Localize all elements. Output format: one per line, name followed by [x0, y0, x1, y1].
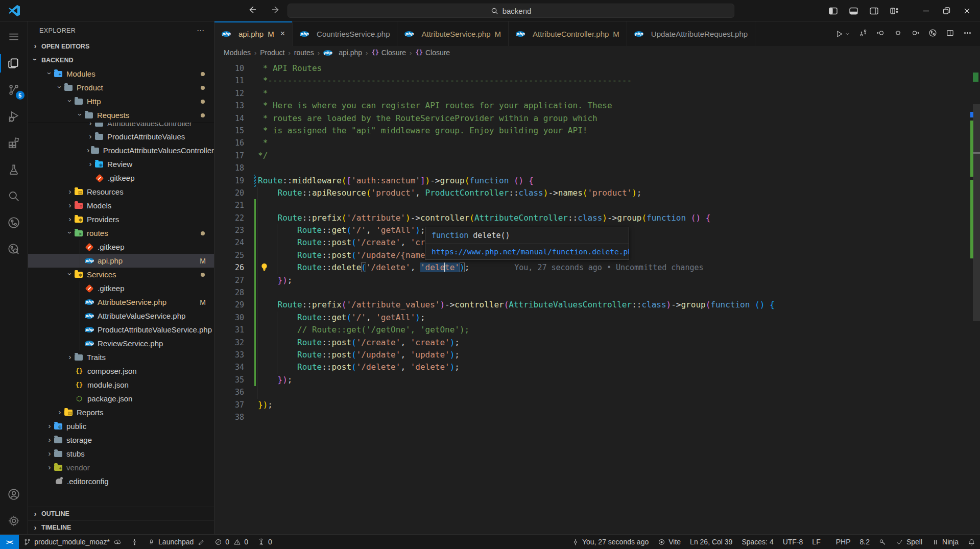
back-button[interactable]	[247, 5, 257, 17]
breadcrumb-Product[interactable]: Product	[260, 49, 284, 57]
lightbulb-icon[interactable]	[259, 262, 269, 272]
tree-folder-public[interactable]: ›⊕public	[28, 419, 214, 433]
activity-testing-icon[interactable]	[0, 156, 28, 183]
code-line-38[interactable]: 38	[214, 411, 970, 423]
outline-section[interactable]: ›OUTLINE	[28, 507, 214, 520]
tree-file-ProductAttributeValueService.php[interactable]: phpProductAttributeValueService.php	[28, 323, 214, 337]
tree-folder-Product[interactable]: ›Product	[28, 81, 214, 94]
status-language[interactable]: PHP	[825, 535, 855, 549]
hover-doc-link[interactable]: https://www.php.net/manual/function.dele…	[425, 244, 629, 259]
tree-folder-ProductAttributeValuesController[interactable]: ›ProductAttributeValuesController	[28, 144, 214, 157]
previous-change-icon[interactable]	[876, 29, 885, 39]
command-center-search[interactable]: backend	[288, 4, 734, 18]
activity-source-control-icon[interactable]: 5	[0, 77, 28, 103]
next-change-icon[interactable]	[911, 29, 920, 39]
run-icon[interactable]	[835, 30, 850, 38]
code-line-14[interactable]: 14 * routes are loaded by the RouteServi…	[214, 112, 970, 125]
tree-file-AttributeService.php[interactable]: phpAttributeService.phpM	[28, 295, 214, 309]
minimize-button[interactable]	[916, 0, 936, 21]
tree-file-api.php[interactable]: phpapi.phpM	[28, 254, 214, 268]
code-line-33[interactable]: 33 Route::post('/update', 'update');	[214, 349, 970, 361]
code-line-31[interactable]: 31 // Route::get('/getOne', 'getOne');	[214, 324, 970, 336]
open-editors-section[interactable]: ›OPEN EDITORS	[28, 39, 214, 53]
tree-file-ReviewService.php[interactable]: phpReviewService.php	[28, 337, 214, 350]
timeline-section[interactable]: ›TIMELINE	[28, 520, 214, 534]
code-line-36[interactable]: 36	[214, 386, 970, 398]
status-ports[interactable]: 0	[253, 535, 277, 549]
code-line-12[interactable]: 12 *	[214, 87, 970, 100]
code-line-22[interactable]: 22 Route::prefix('/attribute')->controll…	[214, 212, 970, 224]
tree-file-module.json[interactable]: {}module.json	[28, 378, 214, 392]
overview-ruler[interactable]	[970, 59, 980, 534]
tree-folder-Http[interactable]: ›Http	[28, 94, 214, 108]
tree-file-.gitkeep[interactable]: .gitkeep	[28, 240, 214, 254]
tree-folder-routes[interactable]: ›➤routes	[28, 226, 214, 240]
status-branch[interactable]: product_module_moaz*	[19, 535, 126, 549]
code-line-13[interactable]: 13 * Here is where you can register API …	[214, 100, 970, 112]
tab-close-icon[interactable]: ×	[280, 29, 285, 38]
tree-file-AttributeValueService.php[interactable]: phpAttributeValueService.php	[28, 309, 214, 323]
tree-folder-Modules[interactable]: ›✦Modules	[28, 67, 214, 81]
status-problems[interactable]: 00	[210, 535, 253, 549]
code-line-30[interactable]: 30 Route::get('/', 'getAll');	[214, 312, 970, 324]
tree-file-.gitkeep[interactable]: .gitkeep	[28, 281, 214, 295]
code-line-27[interactable]: 27 });	[214, 274, 970, 287]
tree-folder-ProductAttributeValues[interactable]: ›ProductAttributeValues	[28, 130, 214, 144]
status-indentation[interactable]: Spaces: 4	[737, 535, 778, 549]
restore-button[interactable]	[936, 0, 957, 21]
status-encoding[interactable]: UTF-8	[778, 535, 808, 549]
breadcrumb-Closure[interactable]: {}Closure	[415, 49, 450, 57]
code-line-10[interactable]: 10 * API Routes	[214, 62, 970, 75]
code-editor[interactable]: 10 * API Routes11 *---------------------…	[214, 59, 980, 534]
code-line-21[interactable]: 21	[214, 199, 970, 211]
breadcrumb-routes[interactable]: routes	[294, 49, 314, 57]
tree-folder-Models[interactable]: ›≡Models	[28, 199, 214, 212]
tree-file-composer.json[interactable]: {}composer.json	[28, 364, 214, 378]
toggle-secondary-sidebar-icon[interactable]	[864, 0, 884, 21]
workspace-root-section[interactable]: ›BACKEND	[28, 53, 214, 67]
tree-file-package.json[interactable]: ⬡package.json	[28, 392, 214, 405]
tree-folder-Traits[interactable]: ›Traits	[28, 350, 214, 364]
open-changes-icon[interactable]	[859, 29, 868, 39]
toggle-panel-icon[interactable]	[843, 0, 864, 21]
tree-folder-Providers[interactable]: ›✱Providers	[28, 212, 214, 226]
more-actions-icon[interactable]	[963, 29, 972, 39]
activity-extensions-icon[interactable]	[0, 130, 28, 156]
current-change-icon[interactable]	[894, 29, 902, 39]
status-eol[interactable]: LF	[807, 535, 825, 549]
code-line-18[interactable]: 18	[214, 162, 970, 174]
code-line-17[interactable]: 17*/	[214, 150, 970, 162]
code-line-37[interactable]: 37});	[214, 399, 970, 411]
tab-AttributeService.php[interactable]: phpAttributeService.phpM	[397, 21, 509, 46]
code-line-15[interactable]: 15 * is assigned the "api" middleware gr…	[214, 125, 970, 137]
code-line-11[interactable]: 11 *------------------------------------…	[214, 75, 970, 87]
status-spell[interactable]: Spell	[891, 535, 927, 549]
file-history-icon[interactable]	[928, 29, 937, 39]
tree-folder-Services[interactable]: ›✱Services	[28, 268, 214, 281]
code-line-29[interactable]: 29 Route::prefix('/attribute_values')->c…	[214, 299, 970, 311]
tree-folder-Resources[interactable]: ›▤Resources	[28, 185, 214, 199]
forward-button[interactable]	[271, 5, 281, 17]
activity-run-debug-icon[interactable]	[0, 103, 28, 130]
tree-folder-Review[interactable]: ›◉Review	[28, 157, 214, 171]
code-line-26[interactable]: 26 Route::delete('/delete', 'delete');Yo…	[214, 261, 970, 274]
activity-search-icon[interactable]	[0, 183, 28, 209]
status-vite[interactable]: Vite	[653, 535, 685, 549]
activity-accounts-icon[interactable]	[0, 481, 28, 508]
status-blame[interactable]: You, 27 seconds ago	[567, 535, 653, 549]
activity-menu-icon[interactable]	[0, 23, 28, 50]
tree-file-.gitkeep[interactable]: .gitkeep	[28, 171, 214, 185]
code-line-16[interactable]: 16 *	[214, 137, 970, 149]
tree-folder-storage[interactable]: ›storage	[28, 433, 214, 447]
tree-folder-AttributeValuesController[interactable]: ›AttributeValuesController	[28, 122, 214, 130]
tree-folder-Requests[interactable]: ›Requests	[28, 108, 214, 122]
status-ninja[interactable]: Ninja	[927, 535, 963, 549]
code-line-34[interactable]: 34 Route::post('/delete', 'delete');	[214, 361, 970, 373]
status-commits[interactable]	[126, 535, 143, 549]
breadcrumb-Modules[interactable]: Modules	[224, 49, 251, 57]
activity-explorer-icon[interactable]	[0, 50, 28, 77]
code-line-32[interactable]: 32 Route::post('/create', 'create');	[214, 337, 970, 349]
toggle-sidebar-icon[interactable]	[823, 0, 843, 21]
split-editor-icon[interactable]	[946, 29, 954, 39]
tree-file-.editorconfig[interactable]: .editorconfig	[28, 474, 214, 488]
